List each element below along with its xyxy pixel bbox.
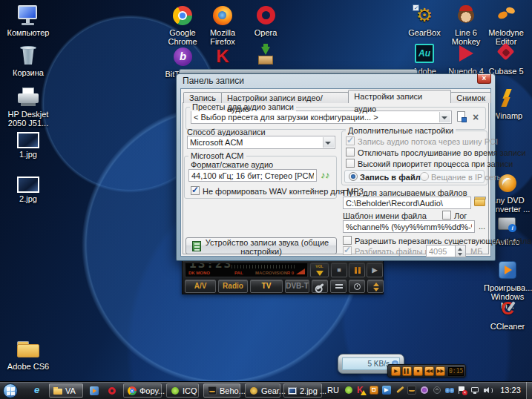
mini-play-button[interactable]: ▶ — [391, 366, 401, 376]
filename-template-input[interactable] — [343, 220, 475, 233]
template-more-button[interactable]: ... — [479, 222, 485, 231]
sound-card-icon — [192, 241, 201, 251]
audition-icon: Au — [412, 43, 437, 65]
tray-kaspersky-icon[interactable]: K — [357, 386, 366, 395]
mute-monitor-checkbox[interactable] — [346, 148, 355, 156]
stop-button[interactable]: ■ — [331, 263, 347, 277]
show-desktop-button[interactable] — [526, 382, 532, 399]
close-icon: × — [482, 74, 487, 82]
mini-rewind-button[interactable]: ◀◀ — [424, 366, 434, 376]
desktop-icon-label: 2.jpg — [4, 194, 52, 203]
tray-binoculars-icon[interactable] — [445, 386, 454, 395]
tray-icq-icon[interactable] — [344, 386, 353, 395]
record-to-file-radio[interactable] — [349, 172, 358, 181]
acm-group-label: Microsoft ACM — [188, 151, 246, 160]
wav-container-checkbox[interactable] — [191, 186, 200, 195]
overwrite-checkbox[interactable] — [343, 236, 352, 245]
start-button[interactable] — [3, 383, 18, 398]
tab-audio-settings[interactable]: Настройки записи аудио — [348, 90, 451, 103]
taskbar-clock[interactable]: 13:23 — [496, 386, 525, 395]
dialog-client-area: Запись Настройки записи видео/аудио Наст… — [180, 88, 491, 257]
taskbar-button-va[interactable]: VA — [49, 383, 83, 398]
mini-player-bar: ▶ ▌▌ ■ ◀◀ ▶▶ 0:15 — [387, 364, 466, 377]
volume-button[interactable]: VOL — [310, 263, 329, 277]
taskbar-button-beholder[interactable]: Beho... — [203, 383, 240, 398]
record-path-input[interactable] — [343, 197, 471, 209]
desktop-icon-opera[interactable]: Opera — [242, 4, 289, 37]
desktop-icon-2jpg[interactable]: 2.jpg — [4, 177, 52, 203]
tray-download-master-icon[interactable] — [370, 386, 378, 395]
pause-button[interactable] — [349, 263, 365, 277]
opera-icon — [253, 4, 278, 27]
close-button[interactable]: × — [477, 74, 491, 84]
ip-broadcast-radio[interactable] — [420, 172, 429, 181]
tray-bittorrent-icon[interactable] — [420, 386, 429, 395]
tab-record[interactable]: Запись — [183, 92, 222, 103]
save-preset-button[interactable] — [457, 111, 468, 123]
tray-pencil-icon[interactable] — [395, 386, 404, 395]
firefox-icon — [210, 4, 235, 27]
lcd-time: 13:23 — [189, 263, 232, 271]
log-checkbox[interactable] — [442, 211, 451, 220]
desktop-icon-1jpg[interactable]: 1.jpg — [4, 132, 52, 159]
tray-beholder-icon[interactable] — [407, 386, 416, 395]
channel-updown-button[interactable] — [367, 280, 384, 293]
split-files-checkbox[interactable] — [343, 246, 352, 255]
split-size-spinner[interactable] — [456, 245, 466, 257]
tab-snapshot[interactable]: Снимок — [450, 92, 491, 103]
tray-dark-circle-icon[interactable] — [433, 386, 441, 395]
settings-wrench-button[interactable] — [312, 280, 328, 293]
desktop-icon-gearbox[interactable]: ⚙✓ GearBox — [401, 4, 448, 37]
play-button[interactable]: ▶ — [367, 263, 383, 277]
combo-dropdown-area[interactable] — [323, 137, 334, 148]
desktop-icon-computer[interactable]: Компьютер — [4, 4, 52, 37]
taskbar-button-forum[interactable]: Фору... — [123, 383, 162, 398]
scheduler-button[interactable] — [349, 280, 365, 293]
sound-device-button[interactable]: Устройство записи звука (общие настройки… — [185, 237, 337, 254]
desktop-icon-label: GearBox — [401, 28, 448, 37]
taskbar-button-icq[interactable]: ICQ — [166, 383, 199, 398]
desktop-icon-label: 1.jpg — [4, 150, 52, 159]
opera-taskbar-icon[interactable] — [108, 386, 116, 395]
mode-dvbt-button[interactable]: DVB-T — [285, 280, 309, 293]
tray-volume-icon[interactable] — [483, 386, 492, 395]
desktop-icon-cubase[interactable]: Cubase 5 — [482, 43, 530, 76]
method-combobox[interactable]: Microsoft ACM — [187, 136, 335, 149]
tray-messenger-icon[interactable] — [382, 386, 391, 395]
tab-strip: Запись Настройки записи видео/аудио Наст… — [183, 90, 490, 103]
spin-up-icon — [458, 248, 462, 251]
tab-video-audio-settings[interactable]: Настройки записи видео/аудио — [221, 92, 349, 103]
desktop-icon-label: Mozilla Firefox — [199, 28, 246, 46]
tray-network-icon[interactable] — [470, 386, 479, 395]
browse-folder-button[interactable] — [474, 197, 486, 208]
tray-action-center-icon[interactable]: × — [458, 386, 467, 395]
taskbar-button-gearbox[interactable]: Gear... — [245, 383, 280, 398]
chrome-icon — [128, 386, 137, 395]
desktop-icon-recycle-bin[interactable]: Корзина — [4, 44, 52, 77]
desktop-icon-firefox[interactable]: Mozilla Firefox — [199, 4, 246, 46]
mode-av-button[interactable]: A/V — [185, 280, 216, 293]
desktop-icon-melodyne[interactable]: Melodyne Editor — [482, 4, 530, 46]
desktop-icon-printer[interactable]: HP Deskjet 2050 J51... — [4, 86, 52, 128]
split-size-input[interactable] — [426, 245, 456, 257]
mode-radio-button[interactable]: Radio — [218, 280, 248, 293]
pci-stream-checkbox[interactable] — [346, 136, 355, 145]
mode-tv-button[interactable]: TV — [250, 280, 283, 293]
delete-preset-button[interactable]: × — [473, 112, 479, 122]
mini-forward-button[interactable]: ▶▶ — [436, 366, 445, 376]
folder-icon — [53, 386, 62, 395]
language-indicator[interactable]: RU — [327, 386, 339, 395]
desktop-icon-ccleaner[interactable]: C CCleaner — [484, 298, 531, 331]
chrome-icon — [170, 4, 195, 27]
combo-dropdown-area[interactable] — [439, 112, 450, 122]
format-input[interactable] — [188, 169, 317, 182]
taskbar-button-2jpg[interactable]: 2.jpg ... — [283, 383, 322, 398]
ie-icon[interactable]: e — [34, 386, 43, 395]
audio-notes-icon[interactable]: ♪♪ — [321, 170, 329, 180]
high-priority-checkbox[interactable] — [346, 159, 355, 168]
equalizer-button[interactable] — [330, 280, 347, 293]
mini-pause-button[interactable]: ▌▌ — [402, 366, 412, 376]
desktop-icon-adobe-cs6[interactable]: Adobe CS6 — [4, 338, 52, 371]
wmp-taskbar-icon[interactable] — [90, 386, 99, 395]
mini-stop-button[interactable]: ■ — [413, 366, 423, 376]
